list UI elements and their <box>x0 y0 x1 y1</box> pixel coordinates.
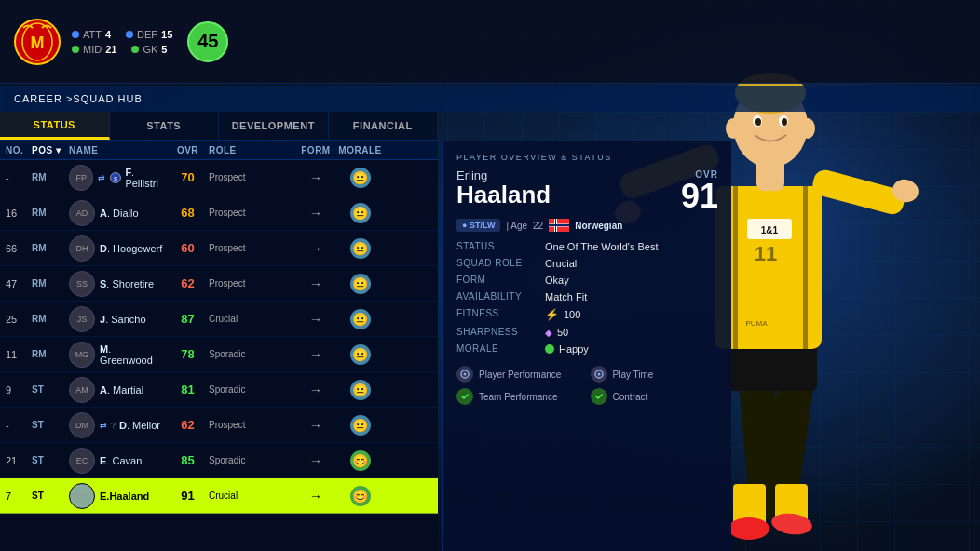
svg-point-17 <box>755 118 761 126</box>
badge-player-perf-label: Player Performance <box>479 370 561 380</box>
svg-text:11: 11 <box>755 242 777 265</box>
mid-value: 21 <box>105 44 116 55</box>
row-form: → <box>293 311 339 328</box>
row-player: AD A. Diallo <box>69 200 167 226</box>
row-ovr: 87 <box>167 312 209 326</box>
row-player: MG M. Greenwood <box>69 342 167 368</box>
row-no: 9 <box>6 384 32 396</box>
svg-text:1&1: 1&1 <box>761 225 779 235</box>
player-perf-icon <box>456 366 473 383</box>
player-name: F. Pellistri <box>125 167 167 189</box>
table-row[interactable]: 47 RM SS S. Shoretire 62 Prospect → 😐 <box>0 266 438 302</box>
svg-point-39 <box>464 373 467 376</box>
row-form: → <box>293 169 339 186</box>
row-no: 66 <box>6 243 32 254</box>
header-stats: ATT 4 DEF 15 MID 21 GK 5 <box>72 29 172 55</box>
row-pos: ST <box>32 384 69 395</box>
row-role: Sporadic <box>209 384 293 395</box>
gk-stat: GK 5 <box>131 44 167 55</box>
row-pos: RM <box>32 278 69 289</box>
fitness-value: ⚡ 100 <box>545 308 718 321</box>
overview-title: PLAYER OVERVIEW & STATUS <box>456 153 718 162</box>
player-overview-panel: PLAYER OVERVIEW & STATUS Erling Haaland … <box>442 141 731 551</box>
att-value: 4 <box>105 29 111 40</box>
stat-status: STATUS One Of The World's Best <box>456 241 718 252</box>
player-avatar: JS <box>69 306 95 332</box>
row-ovr: 60 <box>167 241 209 255</box>
player-age: 22 <box>533 221 543 231</box>
row-form: → <box>293 488 339 504</box>
att-label: ATT <box>83 29 102 40</box>
player-name: E. Cavani <box>100 455 144 466</box>
col-form: Form <box>293 145 339 155</box>
player-age-label: | Age <box>506 221 527 231</box>
row-form: → <box>293 346 339 363</box>
table-row[interactable]: 16 RM AD A. Diallo 68 Prospect → 😐 <box>0 195 438 231</box>
tab-status[interactable]: STATUS <box>0 112 110 140</box>
row-player: FP ⇄ S F. Pellistri <box>69 165 167 191</box>
player-avatar: AM <box>69 377 95 403</box>
row-pos: ST <box>32 455 69 465</box>
tab-bar: STATUS STATS DEVELOPMENT FINANCIAL <box>0 112 438 141</box>
table-row[interactable]: 66 RM DH D. Hoogewerf 60 Prospect → 😐 <box>0 231 438 266</box>
badge-contract-label: Contract <box>613 392 648 402</box>
nationality-flag <box>549 219 569 232</box>
player-name: M. Greenwood <box>100 343 153 366</box>
row-player: JS J. Sancho <box>69 306 167 332</box>
table-row[interactable]: 25 RM JS J. Sancho 87 Crucial → 😐 <box>0 302 438 337</box>
ovr-block: OVR 91 <box>681 169 718 213</box>
table-row[interactable]: 9 ST AM A. Martial 81 Sporadic → 😐 <box>0 372 438 408</box>
row-role: Prospect <box>209 172 293 182</box>
row-player: EC E. Cavani <box>69 448 167 474</box>
tab-development[interactable]: DEVELOPMENT <box>219 112 329 140</box>
col-no: No. <box>6 145 32 155</box>
table-row[interactable]: 21 ST EC E. Cavani 85 Sporadic → 😊 <box>0 443 438 478</box>
table-row[interactable]: 11 RM MG M. Greenwood 78 Sporadic → 😐 <box>0 337 438 372</box>
row-form: → <box>293 452 339 469</box>
row-role: Crucial <box>209 314 293 324</box>
diamond-icon: ◆ <box>545 328 552 338</box>
row-pos: ST <box>32 491 69 501</box>
player-name: A. Diallo <box>100 208 139 219</box>
row-form: → <box>293 382 339 398</box>
col-pos[interactable]: Pos ▾ <box>32 145 69 155</box>
breadcrumb-current: SQUAD HUB <box>73 93 142 104</box>
tab-financial[interactable]: FINANCIAL <box>329 112 439 140</box>
row-player: SS S. Shoretire <box>69 271 167 297</box>
att-stat: ATT 4 <box>72 29 111 40</box>
row-morale: 😊 <box>339 450 381 471</box>
col-role: Role <box>209 145 293 155</box>
row-ovr: 81 <box>167 383 209 396</box>
row-morale: 😐 <box>339 380 381 400</box>
att-dot <box>72 31 79 38</box>
tab-stats[interactable]: STATS <box>110 112 220 140</box>
availability-value: Match Fit <box>545 291 718 302</box>
col-ovr: OVR <box>167 145 209 155</box>
player-avatar: DH <box>69 235 95 262</box>
mid-label: MID <box>83 44 102 55</box>
svg-point-19 <box>726 118 741 139</box>
table-row-selected[interactable]: 7 ST EH E.Haaland 91 Crucial → 😊 <box>0 478 438 514</box>
row-pos: ST <box>32 420 69 430</box>
row-form: → <box>293 205 339 222</box>
row-morale: 😐 <box>339 274 381 294</box>
table-row[interactable]: - ST DM ⇄ ? D. Mellor 62 Prospect → 😐 <box>0 408 438 443</box>
row-role: Prospect <box>209 243 293 253</box>
row-role: Prospect <box>209 420 293 430</box>
club-icon: S <box>109 171 121 184</box>
def-dot <box>126 31 133 38</box>
transfer-icon: ⇄ <box>100 421 107 430</box>
badge-team-performance: Team Performance <box>456 388 585 405</box>
stat-sharpness: SHARPNESS ◆ 50 <box>456 327 718 338</box>
row-no: 11 <box>6 349 32 360</box>
table-row[interactable]: - RM FP ⇄ S F. Pellistri 70 Prospect → 😐 <box>0 160 438 195</box>
table-header: No. Pos ▾ Name OVR Role Form Morale <box>0 141 438 160</box>
play-time-icon <box>591 366 607 383</box>
row-pos: RM <box>32 208 69 218</box>
svg-rect-37 <box>549 224 569 226</box>
row-ovr: 68 <box>167 206 209 220</box>
breadcrumb-prefix: CAREER > <box>14 93 73 104</box>
sharpness-value: ◆ 50 <box>545 327 718 338</box>
badge-contract: Contract <box>591 388 719 405</box>
row-player: DH D. Hoogewerf <box>69 235 167 262</box>
